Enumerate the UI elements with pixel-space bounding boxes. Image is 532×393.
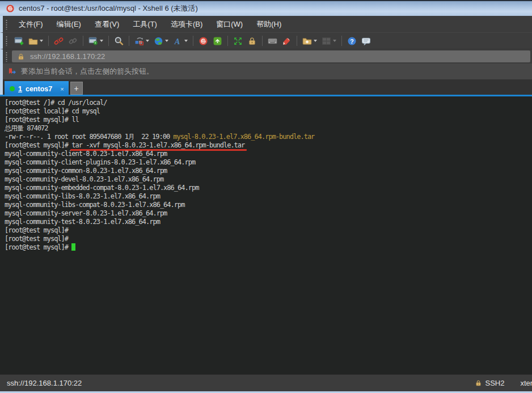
dropdown-caret-icon[interactable] [184, 40, 188, 42]
new-session-icon[interactable] [12, 34, 26, 48]
status-connection: ssh://192.168.1.170:22 [7, 379, 82, 387]
reconnect-icon[interactable] [66, 34, 79, 48]
terminal-line: mysql-community-test-8.0.23-1.el7.x86_64… [5, 218, 532, 226]
xshell-window: centos7 - root@test:/usr/local/mysql - X… [0, 0, 532, 393]
new-session-folder-icon[interactable] [301, 34, 319, 48]
virtual-keyboard-icon[interactable] [266, 34, 279, 48]
terminal-line: [root@test local]# cd mysql [5, 107, 532, 116]
menu-view[interactable]: 查看(V) [88, 19, 126, 29]
terminal-line: [root@test mysql]# [5, 235, 532, 243]
tab-connected-dot [10, 86, 15, 91]
add-session-flag-icon[interactable] [8, 67, 16, 76]
terminal-line: mysql-community-client-8.0.23-1.el7.x86_… [5, 150, 532, 158]
terminal-cursor [71, 243, 75, 251]
menu-window[interactable]: 窗口(W) [209, 19, 250, 29]
compose-layout-icon[interactable] [133, 34, 151, 48]
terminal-line: [root@test /]# cd /usr/local/ [5, 99, 532, 107]
address-input[interactable]: ssh://192.168.1.170:22 [12, 50, 530, 62]
disconnect-icon[interactable] [52, 34, 65, 48]
menu-tools[interactable]: 工具(T) [126, 19, 164, 29]
toolbar-separator [341, 36, 342, 46]
terminal-line: mysql-community-client-plugins-8.0.23-1.… [5, 158, 532, 167]
tab-bar: 1 centos7 × + [0, 79, 532, 96]
tab-index: 1 [18, 85, 22, 93]
terminal-line: mysql-community-devel-8.0.23-1.el7.x86_6… [5, 175, 532, 184]
address-value: ssh://192.168.1.170:22 [30, 52, 105, 61]
dropdown-caret-icon[interactable] [146, 40, 149, 42]
xftp-transfer-icon[interactable] [211, 34, 224, 48]
ssh-lock-icon [475, 379, 482, 387]
terminal-line: mysql-community-libs-8.0.23-1.el7.x86_64… [5, 192, 532, 201]
chat-bubble-icon[interactable] [360, 34, 373, 48]
menu-help[interactable]: 帮助(H) [250, 19, 288, 29]
highlight-pen-icon[interactable] [280, 34, 293, 48]
fullscreen-icon[interactable] [231, 34, 244, 48]
status-protocol: SSH2 [485, 379, 505, 387]
dropdown-caret-icon[interactable] [333, 40, 336, 42]
toolbar-separator [108, 36, 109, 46]
toolbar-separator [262, 36, 263, 46]
toolbar [0, 32, 532, 49]
toolbar-separator [193, 36, 193, 46]
tab-close-icon[interactable]: × [60, 86, 64, 92]
terminal-line: mysql-community-common-8.0.23-1.el7.x86_… [5, 167, 532, 175]
dropdown-caret-icon[interactable] [165, 40, 168, 42]
terminal-line: [root@test mysql]# [5, 226, 532, 235]
toolbar-gripper-handle[interactable] [6, 36, 7, 46]
toolbar-separator [297, 36, 297, 46]
notice-text: 要添加当前会话，点击左侧的箭头按钮。 [21, 66, 154, 77]
terminal-line: [root@test mysql]# ll [5, 116, 532, 124]
terminal-line: mysql-community-libs-compat-8.0.23-1.el7… [5, 201, 532, 209]
terminal-filename: mysql-8.0.23-1.el7.x86_64.rpm-bundle.tar [173, 133, 314, 141]
lock-screen-icon[interactable] [246, 34, 259, 48]
terminal-line: [root@test mysql]# tar -xvf mysql-8.0.23… [5, 141, 532, 150]
toolbar-separator [227, 36, 228, 46]
toolbar-separator [48, 36, 49, 46]
session-properties-icon[interactable] [87, 34, 105, 48]
dropdown-caret-icon[interactable] [314, 40, 317, 42]
address-bar-row: ssh://192.168.1.170:22 [0, 49, 532, 64]
menu-tabs[interactable]: 选项卡(B) [164, 19, 209, 29]
title-bar: centos7 - root@test:/usr/local/mysql - X… [0, 0, 532, 16]
tile-windows-icon[interactable] [320, 34, 338, 48]
xshell-logo-icon [6, 4, 15, 13]
menu-file[interactable]: 文件(F) [12, 19, 50, 29]
terminal-line: [root@test mysql]# [5, 243, 532, 252]
find-icon[interactable] [112, 34, 125, 48]
new-tab-button[interactable]: + [70, 82, 83, 95]
terminal-annotated: tar -xvf mysql-8.0.23-1.el7.x86_64.rpm-b… [71, 141, 244, 149]
window-title: centos7 - root@test:/usr/local/mysql - X… [19, 3, 198, 14]
terminal-line: 总用量 874072 [5, 124, 532, 133]
help-question-icon[interactable] [345, 34, 358, 48]
open-session-icon[interactable] [27, 34, 45, 48]
terminal-output[interactable]: [root@test /]# cd /usr/local/[root@test … [0, 96, 532, 374]
status-terminal-type: xterm [521, 379, 532, 387]
menubar-gripper-handle[interactable] [6, 19, 7, 29]
ssl-lock-icon [17, 53, 25, 61]
dropdown-caret-icon[interactable] [40, 40, 43, 42]
dropdown-caret-icon[interactable] [100, 40, 103, 42]
xshell-home-icon[interactable] [197, 34, 210, 48]
terminal-line: mysql-community-embedded-compat-8.0.23-1… [5, 184, 532, 192]
tab-centos7[interactable]: 1 centos7 × [5, 81, 69, 96]
encoding-globe-icon[interactable] [152, 34, 170, 48]
status-bar: ssh://192.168.1.170:22 SSH2 xterm [0, 374, 532, 391]
terminal-line: -rw-r--r--. 1 root root 895047680 1月 22 … [5, 133, 532, 141]
font-select-icon[interactable] [171, 34, 189, 48]
menu-bar: 文件(F)编辑(E)查看(V)工具(T)选项卡(B)窗口(W)帮助(H) [0, 16, 532, 32]
notice-bar: 要添加当前会话，点击左侧的箭头按钮。 [0, 64, 532, 79]
addressbar-gripper-handle[interactable] [6, 52, 7, 62]
terminal-line: mysql-community-server-8.0.23-1.el7.x86_… [5, 209, 532, 218]
toolbar-separator [83, 36, 83, 46]
tab-label: centos7 [26, 85, 52, 93]
menu-edit[interactable]: 编辑(E) [50, 19, 88, 29]
toolbar-separator [129, 36, 129, 46]
